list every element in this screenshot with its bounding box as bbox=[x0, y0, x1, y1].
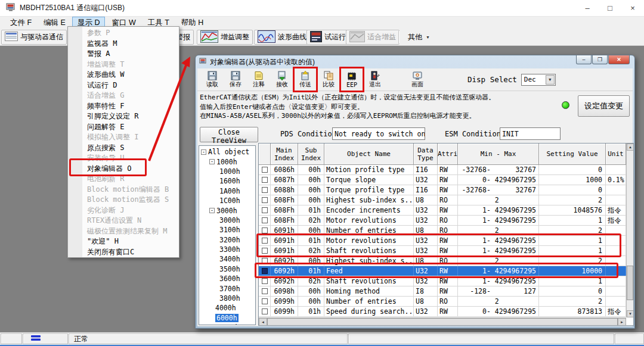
checkbox-cell[interactable] bbox=[259, 226, 271, 235]
waveform-button[interactable]: 波形曲线 bbox=[254, 30, 310, 45]
table-row[interactable]: 6099h01hSpeed during search...U32RW0- 42… bbox=[259, 307, 626, 317]
tree-item[interactable]: 3400h bbox=[199, 254, 255, 264]
table-row[interactable]: 6092h00hHighest sub-index s...U8RO2 2 bbox=[259, 256, 626, 266]
comm-button[interactable]: 与驱动器通信 bbox=[1, 30, 67, 45]
row-checkbox[interactable] bbox=[262, 248, 268, 254]
table-row[interactable]: 608Fh00hHighest sub-index s...U8RO2 2 bbox=[259, 195, 626, 205]
table-row[interactable]: 6092h02hShaft revolutionsU32RW1- 4294967… bbox=[259, 276, 626, 286]
display-menu-item[interactable]: 试运行 D bbox=[68, 80, 179, 91]
dialog-toolbar-button[interactable]: 比较 bbox=[318, 69, 339, 90]
checkbox-cell[interactable] bbox=[259, 205, 271, 215]
tree-item[interactable]: 1000h bbox=[199, 167, 255, 176]
checkbox-cell[interactable] bbox=[259, 307, 271, 316]
minimize-icon[interactable]: – bbox=[576, 0, 599, 16]
menubar-item[interactable]: 文件 F bbox=[5, 17, 37, 29]
table-row[interactable]: 6091h01hMotor revolutionsU32RW1- 4294967… bbox=[259, 236, 626, 246]
scroll-left-icon[interactable]: ◄ bbox=[259, 318, 267, 326]
display-menu-item[interactable]: 引脚定义设定 R bbox=[68, 111, 179, 122]
table-row[interactable]: 6091h02hShaft revolutionsU32RW1- 4294967… bbox=[259, 246, 626, 256]
vertical-scrollbar[interactable]: ▲ ▼ bbox=[626, 144, 633, 317]
checkbox-cell[interactable] bbox=[259, 276, 271, 286]
row-checkbox[interactable] bbox=[262, 288, 268, 294]
table-row[interactable]: 6099h00hNumber of entriesU8RO2 2 bbox=[259, 297, 626, 307]
menubar-item[interactable]: 帮助 H bbox=[176, 17, 209, 29]
scroll-down-icon[interactable]: ▼ bbox=[627, 310, 634, 317]
table-row[interactable]: 6087h00hTorque slopeU32RW0- 429496729510… bbox=[259, 175, 626, 185]
horizontal-scrollbar[interactable]: ◄ ► bbox=[259, 317, 626, 326]
row-checkbox[interactable] bbox=[262, 167, 268, 173]
dialog-restore-icon[interactable]: ❐ bbox=[592, 55, 608, 64]
column-header[interactable]: Object Name bbox=[324, 144, 414, 165]
dialog-toolbar-button[interactable]: 读取 bbox=[202, 69, 222, 90]
checkbox-cell[interactable] bbox=[259, 165, 271, 174]
scroll-right-icon[interactable]: ► bbox=[618, 318, 626, 326]
row-checkbox[interactable] bbox=[262, 238, 268, 244]
vertical-scroll-thumb[interactable] bbox=[627, 266, 633, 300]
tree-item[interactable]: -3000h bbox=[199, 205, 255, 215]
checkbox-cell[interactable] bbox=[259, 266, 271, 276]
tree-item[interactable]: 1A00h bbox=[199, 186, 255, 196]
tree-item[interactable]: 1C00h bbox=[199, 196, 255, 205]
display-menu-item[interactable]: 监视器 M bbox=[68, 39, 179, 49]
checkbox-cell[interactable] bbox=[259, 185, 271, 195]
display-menu-item[interactable]: 波形曲线 W bbox=[68, 70, 179, 80]
row-checkbox[interactable] bbox=[262, 298, 268, 304]
row-checkbox[interactable] bbox=[262, 207, 268, 213]
table-row[interactable]: 6091h00hNumber of entriesU8RO2 2 bbox=[259, 226, 626, 236]
tree-item[interactable]: 1600h bbox=[199, 176, 255, 186]
row-checkbox[interactable] bbox=[262, 308, 268, 314]
tree-item[interactable]: -All object bbox=[199, 147, 255, 157]
row-checkbox[interactable] bbox=[262, 177, 268, 183]
maximize-icon[interactable]: □ bbox=[599, 0, 621, 16]
horizontal-scroll-thumb[interactable] bbox=[267, 318, 618, 326]
scroll-up-icon[interactable]: ▲ bbox=[627, 144, 634, 151]
display-menu-item[interactable]: 警报 A bbox=[68, 49, 179, 60]
tree-collapse-icon[interactable]: - bbox=[201, 149, 206, 155]
tree-item[interactable]: 4000h bbox=[199, 303, 255, 313]
column-header[interactable]: Main Index bbox=[271, 144, 298, 165]
combo-dropdown-icon[interactable]: ▼ bbox=[546, 75, 555, 85]
row-checkbox[interactable] bbox=[262, 278, 268, 284]
checkbox-cell[interactable] bbox=[259, 297, 271, 306]
tree-item[interactable]: 3800h bbox=[199, 294, 255, 303]
table-row[interactable]: 608Fh02hMotor revolutionsU32RO1- 4294967… bbox=[259, 216, 626, 226]
menubar-item[interactable]: 编辑 E bbox=[38, 17, 71, 29]
row-checkbox[interactable] bbox=[262, 268, 268, 274]
tree-item[interactable]: 3300h bbox=[199, 245, 255, 254]
tree-item[interactable]: -1000h bbox=[199, 157, 255, 166]
tree-collapse-icon[interactable]: - bbox=[209, 208, 215, 213]
tree-item[interactable]: 3100h bbox=[199, 225, 255, 235]
dialog-close-icon[interactable]: ✕ bbox=[608, 55, 630, 64]
display-menu-item[interactable]: 关闭所有窗口C bbox=[68, 247, 179, 258]
dialog-toolbar-button[interactable]: 画面 bbox=[407, 69, 428, 90]
dialog-toolbar-button[interactable]: EEP bbox=[342, 69, 362, 90]
table-row[interactable]: 6092h01hFeedU32RW1- 429496729510000 bbox=[259, 266, 626, 276]
column-header[interactable]: Unit bbox=[606, 144, 626, 165]
display-menu-item[interactable]: "欢迎" H bbox=[68, 236, 179, 247]
tree-item[interactable]: 3500h bbox=[199, 264, 255, 274]
checkbox-cell[interactable] bbox=[259, 256, 271, 266]
checkbox-cell[interactable] bbox=[259, 216, 271, 225]
row-checkbox[interactable] bbox=[262, 217, 268, 223]
tree-item[interactable]: Extraction bbox=[199, 323, 255, 325]
close-icon[interactable]: × bbox=[621, 0, 644, 16]
column-header[interactable]: Attri bbox=[438, 144, 458, 165]
tree-item[interactable]: 3700h bbox=[199, 283, 255, 293]
row-checkbox[interactable] bbox=[262, 258, 268, 264]
dialog-toolbar-button[interactable]: 退出 bbox=[365, 69, 385, 90]
column-header[interactable]: Min - Max bbox=[458, 144, 539, 165]
tree-item[interactable]: 3000h bbox=[199, 216, 255, 225]
tree-item[interactable]: 6000h bbox=[199, 313, 255, 323]
close-treeview-button[interactable]: Close TreeView bbox=[200, 127, 258, 142]
table-row[interactable]: 608Fh01hEncoder incrementsU32RW1- 429496… bbox=[259, 205, 626, 216]
column-header[interactable]: Data Type bbox=[414, 144, 438, 165]
table-row[interactable]: 6086h00hMotion profile typeI16RW-32768- … bbox=[259, 165, 626, 175]
row-checkbox[interactable] bbox=[262, 227, 268, 233]
trial-run-button[interactable]: 试运行 bbox=[306, 30, 349, 45]
dialog-toolbar-button[interactable]: 传送 bbox=[295, 69, 315, 90]
column-header[interactable] bbox=[259, 144, 271, 165]
display-menu-item[interactable]: 原点搜索 S bbox=[68, 143, 179, 154]
tree-collapse-icon[interactable]: - bbox=[209, 159, 215, 164]
table-row[interactable]: 6088h00hTorque profile typeI16RW-32768- … bbox=[259, 185, 626, 195]
disp-select-combo[interactable]: Dec ▼ bbox=[521, 74, 556, 86]
